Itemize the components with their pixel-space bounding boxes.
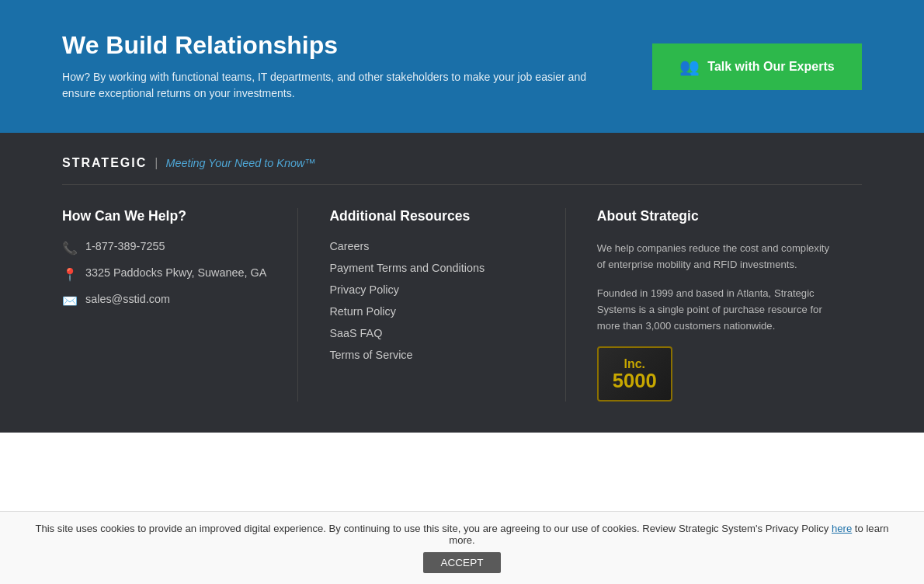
payment-terms-link[interactable]: Payment Terms and Conditions bbox=[329, 262, 533, 274]
return-policy-link[interactable]: Return Policy bbox=[329, 305, 533, 318]
phone-icon: 📞 bbox=[62, 241, 78, 255]
inc-number: 5000 bbox=[613, 371, 657, 391]
cta-label: Talk with Our Experts bbox=[707, 60, 834, 74]
about-strategic-column: About Strategic We help companies reduce… bbox=[566, 208, 862, 402]
additional-resources-column: Additional Resources Careers Payment Ter… bbox=[298, 208, 565, 402]
additional-resources-title: Additional Resources bbox=[329, 208, 533, 224]
how-can-we-help-column: How Can We Help? 📞 1-877-389-7255 📍 3325… bbox=[62, 208, 298, 402]
people-icon: 👥 bbox=[679, 57, 700, 76]
brand-tagline: Meeting Your Need to Know™ bbox=[165, 157, 315, 169]
hero-title: We Build Relationships bbox=[62, 31, 590, 60]
about-strategic-title: About Strategic bbox=[597, 208, 839, 224]
hero-text-block: We Build Relationships How? By working w… bbox=[62, 31, 590, 102]
saas-faq-link[interactable]: SaaS FAQ bbox=[329, 327, 533, 339]
terms-of-service-link[interactable]: Terms of Service bbox=[329, 349, 533, 361]
address-text: 3325 Paddocks Pkwy, Suwanee, GA bbox=[85, 266, 266, 279]
about-paragraph1: We help companies reduce the cost and co… bbox=[597, 240, 839, 273]
footer: STRATEGIC | Meeting Your Need to Know™ H… bbox=[0, 133, 924, 433]
email-link[interactable]: sales@sstid.com bbox=[85, 293, 170, 305]
about-paragraph2: Founded in 1999 and based in Atlanta, St… bbox=[597, 285, 839, 334]
inc5000-badge: Inc. 5000 bbox=[597, 346, 672, 402]
brand-divider: | bbox=[155, 156, 158, 170]
privacy-policy-link[interactable]: Privacy Policy bbox=[329, 283, 533, 296]
phone-link[interactable]: 1-877-389-7255 bbox=[85, 240, 165, 252]
email-contact-item: ✉️ sales@sstid.com bbox=[62, 293, 266, 308]
how-can-we-help-title: How Can We Help? bbox=[62, 208, 266, 224]
address-contact-item: 📍 3325 Paddocks Pkwy, Suwanee, GA bbox=[62, 266, 266, 282]
careers-link[interactable]: Careers bbox=[329, 240, 533, 252]
footer-brand: STRATEGIC | Meeting Your Need to Know™ bbox=[62, 156, 862, 185]
talk-with-experts-button[interactable]: 👥 Talk with Our Experts bbox=[652, 43, 862, 90]
footer-columns: How Can We Help? 📞 1-877-389-7255 📍 3325… bbox=[62, 208, 862, 402]
email-icon: ✉️ bbox=[62, 294, 78, 308]
hero-section: We Build Relationships How? By working w… bbox=[0, 0, 924, 133]
phone-contact-item: 📞 1-877-389-7255 bbox=[62, 240, 266, 255]
location-icon: 📍 bbox=[62, 267, 78, 282]
brand-name: STRATEGIC bbox=[62, 156, 147, 170]
hero-description: How? By working with functional teams, I… bbox=[62, 69, 590, 102]
